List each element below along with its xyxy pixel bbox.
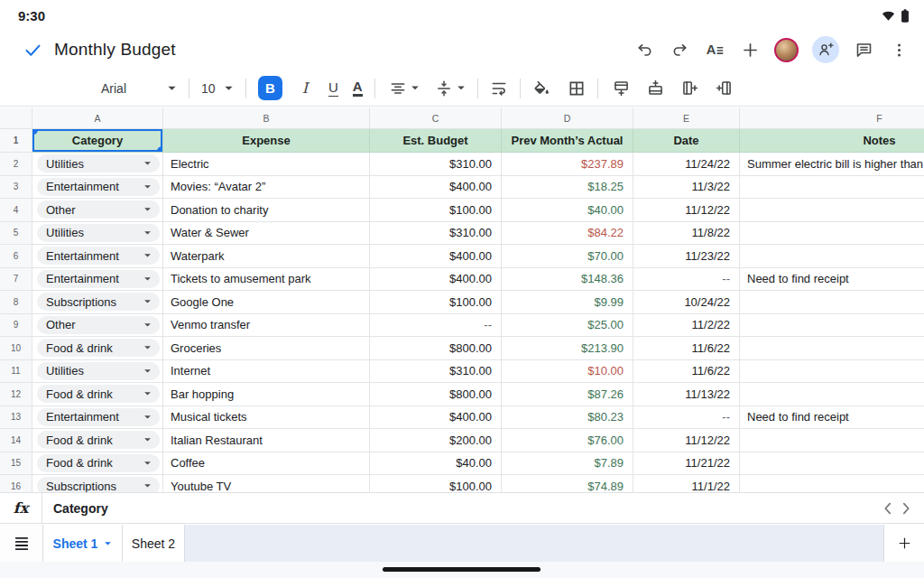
row-number[interactable]: 10 [0, 337, 32, 360]
budget-cell[interactable]: $400.00 [370, 176, 502, 200]
category-dropdown[interactable]: Food & drink [37, 454, 160, 472]
budget-cell[interactable]: $310.00 [370, 360, 502, 384]
notes-cell[interactable] [740, 199, 924, 222]
selected-cell-category[interactable]: Category [32, 129, 163, 153]
actual-cell[interactable]: $7.89 [502, 452, 633, 476]
date-cell[interactable]: 11/21/22 [633, 452, 740, 476]
category-dropdown[interactable]: Utilities [37, 224, 160, 242]
expense-cell[interactable]: Coffee [163, 452, 370, 476]
notes-cell[interactable] [740, 314, 924, 338]
expense-cell[interactable]: Water & Sewer [163, 222, 370, 246]
tab-sheet-1[interactable]: Sheet 1 [43, 525, 123, 562]
row-number[interactable]: 2 [0, 153, 32, 176]
row-number[interactable]: 14 [0, 429, 32, 452]
actual-cell[interactable]: $9.99 [502, 291, 633, 314]
category-dropdown[interactable]: Other [37, 200, 160, 219]
budget-cell[interactable]: $400.00 [370, 268, 502, 292]
category-cell[interactable]: Subscriptions [32, 291, 163, 314]
insert-row-below-icon[interactable] [612, 79, 631, 98]
category-cell[interactable]: Food & drink [32, 429, 163, 452]
category-dropdown[interactable]: Food & drink [37, 385, 160, 403]
date-cell[interactable]: 11/12/22 [633, 199, 740, 222]
done-check-icon[interactable] [23, 41, 42, 60]
comments-icon[interactable] [853, 39, 874, 61]
row-number[interactable]: 4 [0, 199, 32, 222]
expense-cell[interactable]: Donation to charity [163, 199, 370, 222]
date-cell[interactable]: 11/24/22 [633, 153, 740, 176]
notes-cell[interactable]: Need to find receipt [740, 268, 924, 292]
column-header-e[interactable]: E [633, 107, 740, 129]
actual-cell[interactable]: $18.25 [502, 176, 633, 200]
actual-cell[interactable]: $80.23 [502, 406, 633, 430]
category-dropdown[interactable]: Entertainment [37, 270, 160, 288]
borders-icon[interactable] [568, 79, 586, 98]
notes-cell[interactable] [740, 245, 924, 268]
category-cell[interactable]: Entertainment [32, 176, 163, 200]
home-indicator[interactable] [383, 567, 541, 572]
row-number[interactable]: 16 [0, 475, 32, 492]
category-cell[interactable]: Utilities [32, 360, 163, 384]
redo-icon[interactable] [669, 39, 690, 61]
underline-button[interactable]: U [328, 79, 338, 96]
notes-cell[interactable] [740, 383, 924, 406]
actual-cell[interactable]: $148.36 [502, 268, 633, 292]
category-cell[interactable]: Other [32, 199, 163, 222]
category-dropdown[interactable]: Other [37, 316, 160, 334]
date-cell[interactable]: 11/6/22 [633, 337, 740, 360]
row-number[interactable]: 7 [0, 268, 32, 292]
avatar[interactable] [774, 38, 799, 62]
category-cell[interactable]: Entertainment [32, 245, 163, 268]
column-header-f[interactable]: F [740, 107, 924, 129]
category-cell[interactable]: Food & drink [32, 383, 163, 406]
row-number[interactable]: 11 [0, 360, 32, 384]
actual-cell[interactable]: $10.00 [502, 360, 633, 384]
actual-cell[interactable]: $237.89 [502, 153, 633, 176]
category-dropdown[interactable]: Entertainment [37, 247, 160, 265]
budget-cell[interactable]: -- [370, 314, 502, 338]
insert-row-above-icon[interactable] [646, 79, 665, 98]
formula-input[interactable]: Category [53, 501, 108, 516]
category-cell[interactable]: Subscriptions [32, 475, 163, 492]
insert-column-right-icon[interactable] [680, 79, 699, 98]
date-cell[interactable]: 11/2/22 [633, 314, 740, 338]
date-cell[interactable]: 11/8/22 [633, 222, 740, 246]
date-cell[interactable]: -- [633, 268, 740, 292]
add-icon[interactable] [739, 39, 761, 61]
actual-cell[interactable]: $40.00 [502, 199, 633, 222]
row-number[interactable]: 13 [0, 406, 32, 430]
category-dropdown[interactable]: Utilities [37, 362, 160, 380]
notes-cell[interactable] [740, 291, 924, 314]
category-cell[interactable]: Other [32, 314, 163, 338]
expense-cell[interactable]: Movies: “Avatar 2” [163, 176, 370, 200]
selection-fill-handle[interactable] [157, 146, 163, 153]
next-cell-icon[interactable] [901, 501, 911, 516]
category-dropdown[interactable]: Food & drink [37, 339, 160, 357]
header-expense[interactable]: Expense [163, 129, 370, 153]
expense-cell[interactable]: Electric [163, 153, 370, 176]
category-cell[interactable]: Food & drink [32, 452, 163, 476]
expense-cell[interactable]: Italian Restaurant [163, 429, 370, 452]
date-cell[interactable]: 11/13/22 [633, 383, 740, 406]
notes-cell[interactable] [740, 429, 924, 452]
row-number[interactable]: 8 [0, 291, 32, 314]
vertical-align-button[interactable] [435, 79, 466, 98]
font-size-selector[interactable]: 10 [201, 81, 234, 96]
expense-cell[interactable]: Venmo transfer [163, 314, 370, 338]
notes-cell[interactable] [740, 452, 924, 476]
category-dropdown[interactable]: Entertainment [37, 408, 160, 426]
expense-cell[interactable]: Internet [163, 360, 370, 384]
category-cell[interactable]: Utilities [32, 222, 163, 246]
share-person-add-icon[interactable] [812, 36, 839, 63]
budget-cell[interactable]: $200.00 [370, 429, 502, 452]
category-dropdown[interactable]: Subscriptions [37, 477, 160, 492]
column-header-c[interactable]: C [370, 107, 502, 129]
notes-cell[interactable] [740, 360, 924, 384]
budget-cell[interactable]: $800.00 [370, 337, 502, 360]
actual-cell[interactable]: $76.00 [502, 429, 633, 452]
column-header-d[interactable]: D [502, 107, 633, 129]
header-notes[interactable]: Notes [740, 129, 924, 153]
notes-cell[interactable] [740, 176, 924, 200]
text-format-icon[interactable]: A [704, 39, 725, 61]
notes-cell[interactable]: Summer electric bill is higher than [740, 153, 924, 176]
category-cell[interactable]: Entertainment [32, 268, 163, 292]
